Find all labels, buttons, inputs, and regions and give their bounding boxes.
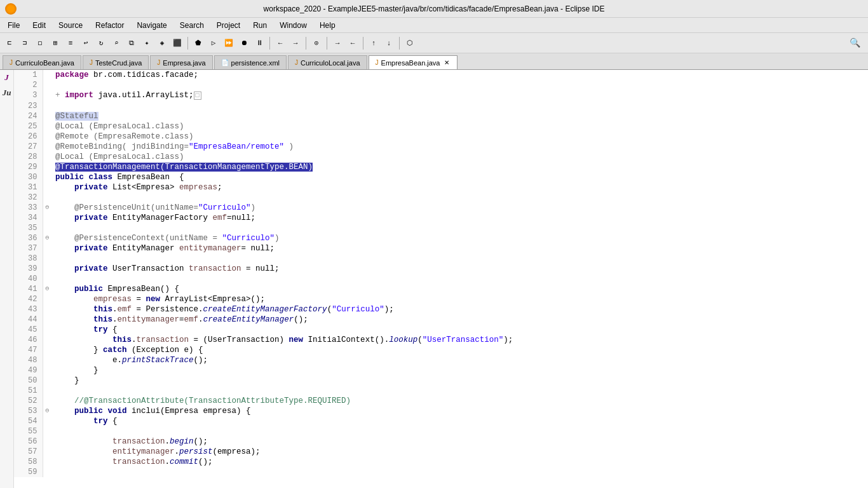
toolbar-btn-0[interactable]: ⊏ [3, 36, 17, 50]
toolbar-btn-22[interactable]: ⊙ [309, 36, 323, 50]
toolbar-search-icon[interactable]: 🔍 [850, 37, 860, 48]
line-number: 32 [14, 193, 43, 203]
table-row: 2 [14, 80, 868, 90]
menu-item-run[interactable]: Run [248, 20, 272, 31]
fold-marker [43, 132, 51, 142]
toolbar-btn-15[interactable]: ⏩ [222, 36, 236, 50]
line-number: 54 [14, 416, 43, 426]
toolbar-btn-3[interactable]: ⊞ [48, 36, 62, 50]
code-cell [51, 223, 868, 233]
tab-EmpresaBean-java[interactable]: JEmpresaBean.java✕ [369, 55, 458, 69]
table-row: 32 [14, 193, 868, 203]
table-row: 54 try { [14, 416, 868, 426]
menu-item-window[interactable]: Window [275, 20, 312, 31]
menu-item-refactor[interactable]: Refactor [90, 20, 129, 31]
fold-marker [43, 437, 51, 447]
menu-item-file[interactable]: File [3, 20, 25, 31]
menu-item-edit[interactable]: Edit [27, 20, 51, 31]
tab-icon: J [295, 59, 298, 66]
table-row: 34 private EntityManagerFactory emf=null… [14, 213, 868, 223]
fold-marker [43, 193, 51, 203]
line-number: 29 [14, 162, 43, 172]
fold-marker [43, 254, 51, 264]
toolbar-btn-6[interactable]: ↻ [94, 36, 108, 50]
line-number: 2 [14, 80, 43, 90]
window-title: workspace_2020 - ExampleJEE5-master/java… [264, 4, 605, 13]
toolbar-btn-14[interactable]: ▷ [207, 36, 220, 50]
line-number: 48 [14, 355, 43, 365]
toolbar-btn-9[interactable]: ✦ [140, 36, 154, 50]
menu-item-help[interactable]: Help [315, 20, 341, 31]
fold-marker [43, 467, 51, 477]
table-row: 23 [14, 101, 868, 111]
table-row: 47 } catch (Exception e) { [14, 345, 868, 355]
toolbar-btn-28[interactable]: ↓ [382, 36, 396, 50]
code-cell [51, 426, 868, 437]
fold-marker[interactable]: ⊖ [43, 284, 51, 294]
code-cell: private List<Empresa> empresas; [51, 182, 868, 193]
toolbar-btn-1[interactable]: ⊐ [18, 36, 32, 50]
code-cell: package br.com.tidicas.facade; [51, 70, 868, 80]
menu-item-source[interactable]: Source [53, 20, 88, 31]
line-number: 30 [14, 172, 43, 182]
line-number: 37 [14, 243, 43, 254]
toolbar: ⊏⊐◻⊞≡↩↻⌕⧉✦◈⬛⬟▷⏩⏺⏸←→⊙→←↑↓⬡🔍 [0, 33, 868, 53]
code-area[interactable]: 1package br.com.tidicas.facade;23+ impor… [14, 70, 868, 488]
fold-marker [43, 315, 51, 325]
tab-close-button[interactable]: ✕ [443, 59, 451, 66]
toolbar-btn-8[interactable]: ⧉ [125, 36, 139, 50]
menu-item-project[interactable]: Project [212, 20, 245, 31]
table-row: 26@Remote (EmpresaRemote.class) [14, 132, 868, 142]
editor-area: J Ju 1package br.com.tidicas.facade;23+ … [0, 70, 868, 488]
line-number: 49 [14, 365, 43, 376]
table-row: 44 this.entitymanager=emf.createEntityMa… [14, 315, 868, 325]
toolbar-btn-16[interactable]: ⏺ [237, 36, 251, 50]
fold-marker [43, 274, 51, 284]
line-number: 35 [14, 223, 43, 233]
code-cell: + import java.util.ArrayList;□ [51, 90, 868, 101]
code-cell: try { [51, 416, 868, 426]
fold-marker [43, 264, 51, 274]
fold-marker[interactable]: ⊖ [43, 233, 51, 243]
fold-marker [43, 80, 51, 90]
toolbar-btn-4[interactable]: ≡ [64, 36, 78, 50]
toolbar-btn-17[interactable]: ⏸ [252, 36, 266, 50]
code-cell: @PersistenceContext(unitName = "Curricul… [51, 233, 868, 243]
menu-item-search[interactable]: Search [175, 20, 209, 31]
toolbar-btn-27[interactable]: ↑ [367, 36, 381, 50]
toolbar-btn-24[interactable]: → [330, 36, 344, 50]
tab-TesteCrud-java[interactable]: JTesteCrud.java [83, 55, 149, 69]
code-cell: public class EmpresaBean { [51, 172, 868, 182]
table-row: 40 [14, 274, 868, 284]
toolbar-btn-20[interactable]: → [288, 36, 302, 50]
line-number: 51 [14, 386, 43, 396]
toolbar-btn-10[interactable]: ◈ [155, 36, 169, 50]
fold-marker[interactable]: ⊖ [43, 406, 51, 416]
toolbar-btn-5[interactable]: ↩ [79, 36, 93, 50]
code-table: 1package br.com.tidicas.facade;23+ impor… [14, 70, 868, 477]
toolbar-btn-13[interactable]: ⬟ [191, 36, 205, 50]
tab-Empresa-java[interactable]: JEmpresa.java [150, 55, 212, 69]
line-number: 24 [14, 111, 43, 121]
code-cell: @Stateful [51, 111, 868, 121]
fold-marker[interactable]: ⊖ [43, 203, 51, 213]
line-number: 58 [14, 457, 43, 467]
code-cell: this.entitymanager=emf.createEntityManag… [51, 315, 868, 325]
code-cell: //@TransactionAttribute(TransactionAttri… [51, 396, 868, 406]
tab-CurriculoBean-java[interactable]: JCurriculoBean.java [3, 55, 81, 69]
table-row: 24@Stateful [14, 111, 868, 121]
menu-item-navigate[interactable]: Navigate [132, 20, 172, 31]
toolbar-btn-7[interactable]: ⌕ [109, 36, 123, 50]
tab-persistence-xml[interactable]: 📄persistence.xml [214, 55, 287, 69]
toolbar-btn-30[interactable]: ⬡ [403, 36, 417, 50]
toolbar-btn-19[interactable]: ← [273, 36, 287, 50]
toolbar-btn-25[interactable]: ← [346, 36, 360, 50]
table-row: 38 [14, 254, 868, 264]
code-cell [51, 386, 868, 396]
toolbar-btn-11[interactable]: ⬛ [170, 36, 184, 50]
code-cell: @RemoteBinding( jndiBinding="EmpresaBean… [51, 142, 868, 152]
tab-CurriculoLocal-java[interactable]: JCurriculoLocal.java [288, 55, 367, 69]
toolbar-btn-2[interactable]: ◻ [33, 36, 47, 50]
line-number: 44 [14, 315, 43, 325]
code-cell: public void inclui(Empresa empresa) { [51, 406, 868, 416]
